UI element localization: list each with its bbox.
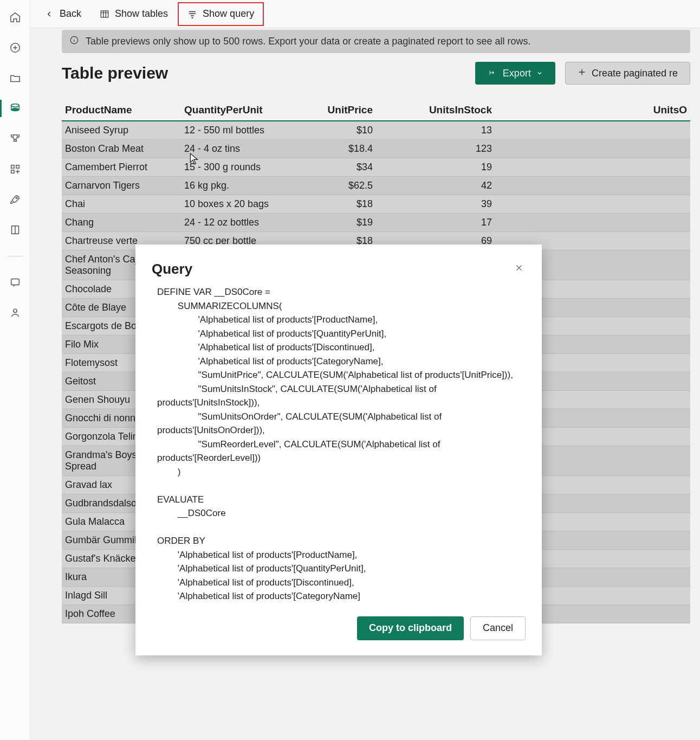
- svg-point-6: [16, 197, 17, 199]
- cell: [495, 195, 690, 214]
- svg-rect-10: [101, 11, 108, 17]
- cell: 10 boxes x 20 bags: [181, 195, 295, 214]
- cell: Aniseed Syrup: [62, 121, 181, 140]
- table-icon: [100, 9, 109, 19]
- info-text: Table previews only show up to 500 rows.…: [86, 36, 530, 47]
- rocket-icon[interactable]: [9, 193, 22, 206]
- chevron-left-icon: [44, 9, 54, 19]
- cell: [495, 214, 690, 232]
- cell: 15 - 300 g rounds: [181, 158, 295, 177]
- cell: $10: [295, 121, 376, 140]
- cell: 13: [376, 121, 495, 140]
- apps-icon[interactable]: [9, 163, 22, 176]
- add-icon[interactable]: [9, 41, 22, 54]
- show-tables-label: Show tables: [115, 8, 168, 20]
- header-actions: Export Create paginated re: [475, 62, 690, 85]
- export-label: Export: [503, 68, 531, 79]
- table-row[interactable]: Boston Crab Meat24 - 4 oz tins$18.4123: [62, 140, 690, 158]
- page-title: Table preview: [62, 64, 168, 82]
- cell: $19: [295, 214, 376, 232]
- col-productname[interactable]: ProductName: [62, 100, 181, 121]
- svg-point-2: [11, 108, 19, 111]
- cell: [495, 158, 690, 177]
- cell: 39: [376, 195, 495, 214]
- left-sidebar: [0, 0, 30, 740]
- cell: Camembert Pierrot: [62, 158, 181, 177]
- modal-header: Query: [152, 261, 526, 278]
- create-paginated-button[interactable]: Create paginated re: [565, 62, 690, 85]
- cancel-button[interactable]: Cancel: [470, 616, 526, 640]
- folder-icon[interactable]: [9, 72, 22, 85]
- svg-rect-4: [16, 165, 19, 169]
- cell: Boston Crab Meat: [62, 140, 181, 158]
- sidebar-divider: [8, 256, 23, 256]
- info-banner: Table previews only show up to 500 rows.…: [62, 30, 690, 53]
- svg-rect-8: [11, 279, 19, 285]
- book-icon[interactable]: [9, 223, 22, 236]
- table-row[interactable]: Camembert Pierrot15 - 300 g rounds$3419: [62, 158, 690, 177]
- chevron-down-icon: [536, 68, 543, 79]
- person-icon[interactable]: [9, 306, 22, 319]
- modal-title: Query: [152, 261, 192, 278]
- cell: 24 - 4 oz tins: [181, 140, 295, 158]
- back-button[interactable]: Back: [36, 2, 90, 26]
- col-unitprice[interactable]: UnitPrice: [295, 100, 376, 121]
- cell: 123: [376, 140, 495, 158]
- create-label: Create paginated re: [592, 68, 678, 79]
- table-header-row: ProductName QuantityPerUnit UnitPrice Un…: [62, 100, 690, 121]
- home-icon[interactable]: [9, 11, 22, 24]
- cell: 42: [376, 177, 495, 195]
- query-icon: [187, 9, 197, 19]
- export-icon: [488, 68, 497, 79]
- show-tables-button[interactable]: Show tables: [91, 2, 177, 26]
- cell: [495, 177, 690, 195]
- cell: [495, 121, 690, 140]
- data-icon[interactable]: [9, 102, 22, 115]
- query-modal: Query DEFINE VAR __DS0Core = SUMMARIZECO…: [135, 244, 542, 655]
- table-row[interactable]: Chai10 boxes x 20 bags$1839: [62, 195, 690, 214]
- table-row[interactable]: Carnarvon Tigers16 kg pkg.$62.542: [62, 177, 690, 195]
- table-row[interactable]: Chang24 - 12 oz bottles$1917: [62, 214, 690, 232]
- svg-point-1: [11, 104, 19, 107]
- cell: $18.4: [295, 140, 376, 158]
- plus-icon: [578, 68, 586, 79]
- close-button[interactable]: [513, 261, 526, 277]
- export-button[interactable]: Export: [475, 62, 555, 85]
- cell: Chai: [62, 195, 181, 214]
- copy-button[interactable]: Copy to clipboard: [357, 616, 464, 640]
- header-row: Table preview Export Create paginated re: [62, 62, 690, 85]
- cell: [495, 140, 690, 158]
- cell: $18: [295, 195, 376, 214]
- cell: Carnarvon Tigers: [62, 177, 181, 195]
- svg-rect-3: [11, 165, 14, 169]
- table-row[interactable]: Aniseed Syrup12 - 550 ml bottles$1013: [62, 121, 690, 140]
- cell: 19: [376, 158, 495, 177]
- cell: $34: [295, 158, 376, 177]
- trophy-icon[interactable]: [9, 132, 22, 145]
- cell: 24 - 12 oz bottles: [181, 214, 295, 232]
- top-toolbar: Back Show tables Show query: [30, 0, 700, 28]
- cell: 12 - 550 ml bottles: [181, 121, 295, 140]
- show-query-label: Show query: [203, 8, 254, 20]
- cell: 16 kg pkg.: [181, 177, 295, 195]
- message-icon[interactable]: [9, 276, 22, 289]
- cell: 17: [376, 214, 495, 232]
- svg-point-9: [13, 309, 16, 312]
- show-query-button[interactable]: Show query: [178, 2, 264, 26]
- info-icon: [69, 35, 79, 48]
- svg-rect-5: [11, 170, 14, 173]
- col-qtyperunit[interactable]: QuantityPerUnit: [181, 100, 295, 121]
- col-unitsinstock[interactable]: UnitsInStock: [376, 100, 495, 121]
- cell: $62.5: [295, 177, 376, 195]
- modal-footer: Copy to clipboard Cancel: [152, 616, 526, 640]
- query-text[interactable]: DEFINE VAR __DS0Core = SUMMARIZECOLUMNS(…: [157, 285, 526, 603]
- back-label: Back: [60, 8, 81, 20]
- cell: Chang: [62, 214, 181, 232]
- col-unitsonorder[interactable]: UnitsO: [495, 100, 690, 121]
